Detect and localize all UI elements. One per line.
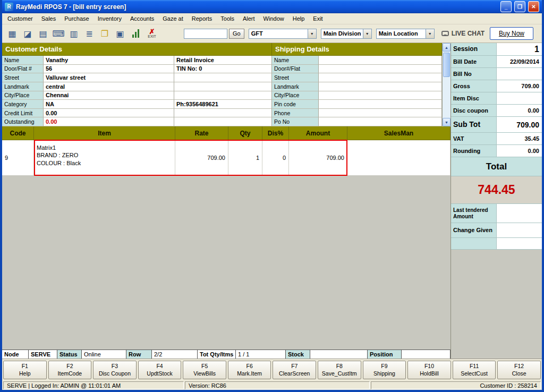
item-salesman-cell[interactable] (347, 140, 450, 175)
menu-item-help[interactable]: Help (288, 14, 309, 23)
display-icon[interactable]: ▣ (113, 26, 127, 41)
tin-no-field[interactable]: TIN No: 0 (174, 65, 272, 74)
rounding-label: Rounding (451, 145, 497, 157)
field-label: Door#/Flat (272, 65, 319, 74)
customer-door-field[interactable]: 56 (44, 65, 174, 74)
save-icon[interactable]: ◪ (21, 26, 35, 41)
grid-status-row: Node SERVE Status Online Row 2/2 Tot Qty… (2, 350, 450, 359)
chart-icon[interactable] (129, 26, 142, 41)
folder-open-icon[interactable]: ❐ (98, 26, 112, 41)
live-chat-link[interactable]: LIVE CHAT (441, 30, 484, 37)
item-code-cell[interactable]: 9 (2, 140, 34, 175)
f5-viewbills-button[interactable]: F5 ViewBills (183, 361, 226, 379)
f8-save-custitm-button[interactable]: F8 Save_CustItm (318, 361, 361, 379)
field-label: Street (2, 73, 44, 82)
statusbar-login-info: SERVE | Logged In: ADMIN @ 11:01:01 AM (3, 381, 184, 389)
shipping-pono-field[interactable] (319, 117, 442, 126)
menu-item-window[interactable]: Window (259, 14, 288, 23)
f11-selectcust-button[interactable]: F11 SelectCust (453, 361, 496, 379)
menu-item-inventory[interactable]: Inventory (94, 14, 126, 23)
customer-city-field[interactable]: Chennai (44, 91, 174, 100)
total-label: Total (451, 157, 542, 176)
product-combo[interactable]: GFT ▼ (249, 29, 317, 39)
tot-qty-label: Tot Qty/Itms (198, 350, 236, 359)
minimize-button[interactable]: _ (500, 1, 512, 12)
stock-label: Stock (286, 350, 310, 359)
chevron-down-icon[interactable]: ▼ (426, 29, 434, 38)
shipping-landmark-field[interactable] (319, 82, 442, 91)
f10-holdbill-button[interactable]: F10 HoldBill (407, 361, 451, 379)
grid-empty-area (2, 175, 450, 350)
exit-icon[interactable]: ✗ EXIT (144, 26, 160, 41)
print-icon[interactable]: ▤ (36, 26, 50, 41)
go-button[interactable]: Go (229, 29, 244, 39)
menu-item-alert[interactable]: Alert (239, 14, 259, 23)
customer-phone-field[interactable]: Ph:9356489621 (174, 100, 272, 109)
menu-item-exit[interactable]: Exit (309, 14, 327, 23)
scrollbar-thumb[interactable] (443, 53, 450, 77)
scrollbar-track[interactable] (443, 52, 450, 118)
f12-close-button[interactable]: F12 Close (497, 361, 541, 379)
f2-itemcode-button[interactable]: F2 ItemCode (48, 361, 92, 379)
location-combo[interactable]: Main Location ▼ (376, 29, 435, 39)
menu-item-sales[interactable]: Sales (37, 14, 61, 23)
bill-icon[interactable]: ▦ (5, 26, 19, 41)
details-scrollbar[interactable]: ▲ ▼ (442, 43, 450, 126)
maximize-button[interactable]: ❐ (514, 1, 525, 12)
menu-item-tools[interactable]: Tools (216, 14, 239, 23)
invoice-type-field[interactable]: Retail Invoice (174, 56, 272, 65)
menu-item-purchase[interactable]: Purchase (60, 14, 93, 23)
column-header-amount: Amount (289, 126, 347, 140)
division-combo[interactable]: Main Division ▼ (321, 29, 372, 39)
customer-street-field[interactable]: Valluvar street (44, 73, 174, 82)
f9-shipping-button[interactable]: F9 Shipping (363, 361, 406, 379)
chevron-down-icon[interactable]: ▼ (363, 29, 371, 38)
shipping-name-field[interactable] (319, 56, 442, 65)
subtotal-value: 709.00 (497, 117, 542, 132)
bill-date-value: 22/09/2014 (497, 56, 542, 67)
shipping-city-field[interactable] (319, 91, 442, 100)
customer-landmark-field[interactable]: central (44, 82, 174, 91)
menu-item-customer[interactable]: Customer (3, 14, 37, 23)
item-amount-cell[interactable]: 709.00 (289, 140, 347, 175)
app-window: R RayMedi RPOS 7 - [bill entry screen] _… (0, 0, 544, 392)
billing-row-last-tendered: Last tendered Amount (451, 204, 542, 223)
chevron-down-icon[interactable]: ▼ (308, 29, 316, 38)
item-dis-cell[interactable]: 0 (262, 140, 289, 175)
item-name-cell[interactable]: Matrix1 BRAND : ZERO COLOUR : Black (34, 140, 175, 175)
f3-disc-coupon-button[interactable]: F3 Disc Coupon (93, 361, 137, 379)
shipping-phone-field[interactable] (319, 109, 442, 118)
gross-label: Gross (451, 80, 497, 92)
scroll-up-icon[interactable]: ▲ (443, 43, 450, 52)
f6-mark-item-button[interactable]: F6 Mark.Item (228, 361, 271, 379)
customer-row: Name Vanathy Retail Invoice (2, 56, 272, 65)
customer-category-field[interactable]: NA (44, 100, 174, 109)
shipping-row: Phone (272, 109, 442, 118)
menu-item-gaze-at[interactable]: Gaze at (158, 14, 188, 23)
shipping-door-field[interactable] (319, 65, 442, 74)
item-rate-cell[interactable]: 709.00 (175, 140, 228, 175)
shipping-street-field[interactable] (319, 73, 442, 82)
f4-updtstock-button[interactable]: F4 UpdtStock (138, 361, 182, 379)
document-icon[interactable]: ≣ (82, 26, 96, 41)
close-button[interactable]: ✕ (528, 1, 539, 12)
search-input[interactable] (184, 29, 227, 39)
menu-item-accounts[interactable]: Accounts (126, 14, 158, 23)
customer-name-field[interactable]: Vanathy (44, 56, 174, 65)
shipping-pincode-field[interactable] (319, 100, 442, 109)
buy-now-button[interactable]: Buy Now (490, 27, 533, 40)
field-label: Credit Limit (2, 109, 44, 118)
table-row[interactable]: 9 Matrix1 BRAND : ZERO COLOUR : Black 70… (2, 140, 450, 175)
scroll-down-icon[interactable]: ▼ (443, 118, 450, 126)
subtotal-label: Sub Tot (451, 117, 497, 132)
tot-qty-value: 1 / 1 (236, 350, 286, 359)
keypad-icon[interactable]: ⌨ (52, 26, 65, 41)
f1-help-button[interactable]: F1 Help (3, 361, 47, 379)
shipping-row: Door#/Flat (272, 65, 442, 74)
f7-clearscreen-button[interactable]: F7 ClearScreen (273, 361, 316, 379)
outstanding-field[interactable]: 0.00 (44, 117, 174, 126)
item-qty-cell[interactable]: 1 (228, 140, 262, 175)
menu-item-reports[interactable]: Reports (188, 14, 217, 23)
notes-icon[interactable]: ▥ (67, 26, 81, 41)
credit-limit-field[interactable]: 0.00 (44, 109, 174, 118)
